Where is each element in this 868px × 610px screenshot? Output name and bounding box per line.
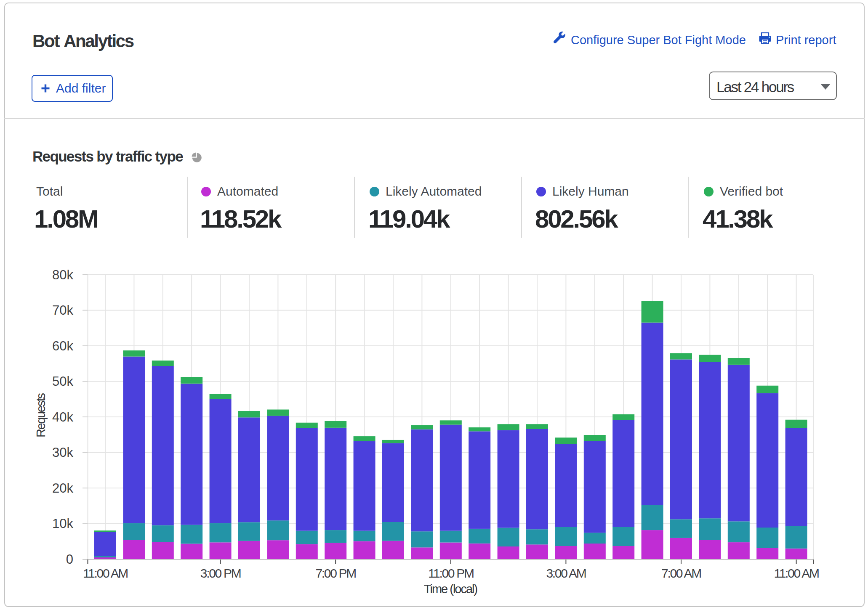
svg-text:10k: 10k: [52, 516, 73, 531]
svg-text:20k: 20k: [52, 481, 73, 496]
svg-text:7:00 AM: 7:00 AM: [661, 566, 701, 580]
svg-text:70k: 70k: [52, 303, 73, 318]
svg-text:7:00 PM: 7:00 PM: [315, 566, 356, 580]
svg-text:60k: 60k: [52, 339, 73, 353]
svg-text:Time (local): Time (local): [424, 582, 477, 596]
svg-text:80k: 80k: [52, 268, 73, 282]
svg-text:40k: 40k: [52, 410, 73, 424]
svg-text:0: 0: [66, 552, 73, 567]
svg-text:Requests: Requests: [34, 393, 48, 437]
svg-text:11:00 AM: 11:00 AM: [83, 566, 128, 580]
svg-text:50k: 50k: [52, 374, 73, 389]
svg-text:3:00 PM: 3:00 PM: [200, 566, 241, 580]
svg-text:11:00 PM: 11:00 PM: [428, 566, 474, 580]
svg-text:11:00 AM: 11:00 AM: [774, 566, 819, 580]
svg-text:3:00 AM: 3:00 AM: [546, 566, 586, 580]
svg-text:30k: 30k: [52, 445, 73, 460]
